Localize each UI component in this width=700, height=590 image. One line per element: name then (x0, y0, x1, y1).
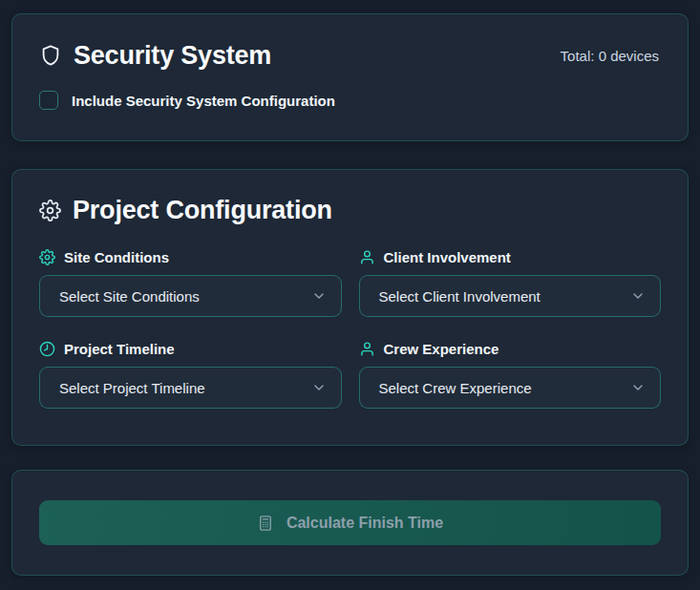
security-system-card: Security System Total: 0 devices Include… (11, 13, 689, 141)
calculate-finish-time-button[interactable]: Calculate Finish Time (39, 500, 661, 545)
chevron-down-icon (630, 380, 646, 395)
total-devices-text: Total: 0 devices (561, 48, 659, 64)
security-card-header: Security System Total: 0 devices (39, 40, 659, 71)
shield-icon (39, 43, 62, 68)
project-timeline-select[interactable]: Select Project Timeline (39, 367, 342, 409)
client-involvement-select[interactable]: Select Client Involvement (359, 275, 662, 317)
chevron-down-icon (311, 380, 327, 395)
crew-experience-label: Crew Experience (384, 341, 499, 357)
include-security-checkbox[interactable] (39, 91, 58, 110)
calculate-button-label: Calculate Finish Time (286, 515, 443, 532)
client-involvement-label: Client Involvement (384, 249, 511, 265)
project-configuration-card: Project Configuration Site Conditions Se… (11, 169, 689, 446)
page: Security System Total: 0 devices Include… (0, 0, 700, 576)
chevron-down-icon (630, 288, 646, 304)
config-title-group: Project Configuration (39, 195, 661, 225)
security-card-title: Security System (74, 40, 271, 71)
person-icon (359, 249, 375, 265)
field-site-conditions: Site Conditions Select Site Conditions (39, 247, 342, 317)
person-icon (359, 341, 375, 357)
security-title-group: Security System (39, 40, 271, 71)
project-timeline-label: Project Timeline (64, 341, 175, 357)
field-client-involvement: Client Involvement Select Client Involve… (359, 247, 662, 317)
gear-icon (39, 200, 61, 221)
include-security-label: Include Security System Configuration (72, 93, 335, 109)
calculator-icon (257, 515, 274, 532)
gear-icon (39, 249, 55, 265)
config-card-title: Project Configuration (73, 195, 332, 225)
crew-experience-select[interactable]: Select Crew Experience (359, 367, 662, 409)
chevron-down-icon (311, 288, 327, 304)
clock-icon (39, 341, 55, 357)
config-fields-grid: Site Conditions Select Site Conditions (39, 247, 661, 409)
site-conditions-select[interactable]: Select Site Conditions (39, 275, 342, 317)
field-crew-experience: Crew Experience Select Crew Experience (359, 339, 662, 409)
site-conditions-label: Site Conditions (64, 249, 169, 265)
include-security-row: Include Security System Configuration (39, 91, 659, 110)
field-project-timeline: Project Timeline Select Project Timeline (39, 339, 342, 409)
action-card: Calculate Finish Time (11, 470, 689, 576)
